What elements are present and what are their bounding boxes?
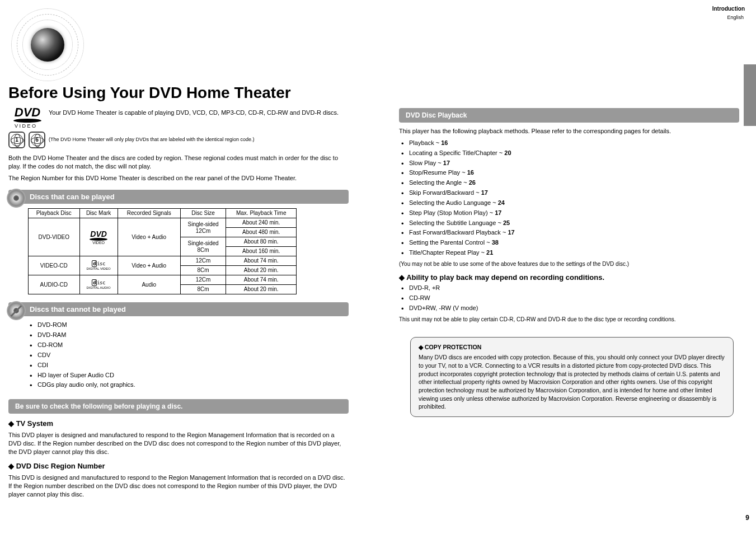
pb-item: Fast Forward/Backward Playback ~ 17 — [401, 228, 739, 237]
copy-protection-box: ◆ COPY PROTECTION Many DVD discs are enc… — [410, 337, 734, 418]
cell-side-ss: Single-sided — [188, 221, 219, 227]
cell-time-480: About 480 min. — [226, 228, 297, 237]
region-num-text: This DVD is designed and manufactured to… — [8, 474, 349, 499]
np-item: CDI — [30, 361, 349, 369]
region-text-1: Both the DVD Home Theater and the discs … — [8, 154, 349, 171]
cell-vcd-74: About 74 min. — [226, 256, 297, 266]
cell-dvd-sub: VIDEO — [82, 241, 115, 245]
region-globe-icon-1: 1 — [8, 132, 25, 148]
pb-item: Selecting the Subtitle Language ~ 25 — [401, 219, 739, 227]
playback-list: Playback ~ 16 Locating a Specific Title/… — [399, 139, 739, 257]
th-disc-size: Disc Size — [180, 209, 226, 218]
pb-item: Locating a Specific Title/Chapter ~ 20 — [401, 149, 739, 157]
cell-acd-12: 12Cm — [180, 275, 226, 285]
region-text-2: The Region Number for this DVD Home Thea… — [8, 174, 349, 182]
cell-vcd-20: About 20 min. — [226, 266, 297, 275]
section-notplayable-title: Discs that cannot be played — [30, 305, 126, 313]
th-recorded-signals: Recorded Signals — [118, 209, 180, 218]
cell-size-12: 12Cm — [196, 228, 211, 234]
page-number: 9 — [745, 514, 749, 522]
cell-time-80: About 80 min. — [226, 237, 297, 247]
disc-icon — [7, 189, 26, 208]
section-playable-bar: Discs that can be played — [8, 190, 349, 204]
not-playable-list: DVD-ROM DVD-RAM CD-ROM CDV CDI HD layer … — [8, 321, 349, 389]
cell-acd-signal: Audio — [118, 275, 180, 294]
cell-dvd-mark: DVD VIDEO — [79, 218, 118, 256]
region-1-number: 1 — [15, 137, 18, 143]
cell-size-8: 8Cm — [198, 247, 209, 253]
cell-time-240: About 240 min. — [226, 218, 297, 228]
dvd-logo-icon: DVD — [13, 105, 41, 123]
np-item: HD layer of Super Audio CD — [30, 371, 349, 380]
cell-dvd-12cm: Single-sided 12Cm — [180, 218, 226, 237]
ab-item: CD-RW — [401, 294, 739, 302]
np-item: CDV — [30, 351, 349, 359]
cell-side-ss8: Single-sided — [188, 240, 219, 246]
cell-acd-8: 8Cm — [180, 285, 226, 294]
copy-protection-title: ◆ COPY PROTECTION — [419, 343, 725, 352]
cell-vcd-sub: DIGITAL VIDEO — [82, 267, 115, 271]
th-playback-disc: Playback Disc — [29, 209, 80, 218]
playback-note: (You may not be able to use some of the … — [399, 260, 739, 268]
ability-list: DVD-R, +R CD-RW DVD+RW, -RW (V mode) — [399, 284, 739, 312]
np-item: CDGs play audio only, not graphics. — [30, 381, 349, 389]
cell-vcd-type: VIDEO-CD — [29, 256, 80, 275]
th-max-time: Max. Playback Time — [226, 209, 297, 218]
intro-text: Your DVD Home Theater is capable of play… — [49, 109, 349, 117]
region-globe-icon-6: 6 — [29, 132, 45, 148]
page: Before Using Your DVD Home Theater DVD V… — [0, 0, 756, 534]
right-column: DVD Disc Playback This player has the fo… — [365, 0, 756, 534]
pb-item: Selecting the Audio Language ~ 24 — [401, 199, 739, 207]
np-item: DVD-ROM — [30, 321, 349, 329]
cell-vcd-12: 12Cm — [180, 256, 226, 266]
cell-time-160: About 160 min. — [226, 247, 297, 256]
section-playable-title: Discs that can be played — [30, 193, 115, 201]
section-notplayable-bar: Discs that cannot be played — [8, 302, 349, 316]
pb-item: Step Play (Stop Motion Play) ~ 17 — [401, 209, 739, 217]
th-disc-mark: Disc Mark — [79, 209, 118, 218]
pb-item: Stop/Resume Play ~ 16 — [401, 168, 739, 177]
cell-acd-mark: disc DIGITAL AUDIO — [79, 275, 118, 294]
left-column: Before Using Your DVD Home Theater DVD V… — [0, 0, 365, 534]
cell-vcd-8: 8Cm — [180, 266, 226, 275]
cell-acd-sub: DIGITAL AUDIO — [82, 286, 115, 290]
region-6-number: 6 — [35, 137, 39, 143]
no-disc-icon — [7, 301, 26, 320]
tv-system-title: ◆ TV System — [8, 419, 349, 428]
tv-system-text: This DVD player is designed and manufact… — [8, 431, 349, 456]
copy-protection-text: Many DVD discs are encoded with copy pro… — [419, 353, 725, 411]
np-item: DVD-RAM — [30, 331, 349, 339]
pb-item: Skip Forward/Backward ~ 17 — [401, 189, 739, 197]
pb-item: Playback ~ 16 — [401, 139, 739, 147]
cell-vcd-signal: Video + Audio — [118, 256, 180, 275]
caution-bar: Be sure to check the following before pl… — [8, 399, 349, 414]
dvd-playback-bar: DVD Disc Playback — [399, 108, 739, 123]
pb-item: Slow Play ~ 17 — [401, 159, 739, 167]
playback-intro: This player has the following playback m… — [399, 127, 739, 135]
cell-vcd-mark: disc DIGITAL VIDEO — [79, 256, 118, 275]
region-num-title: ◆ DVD Disc Region Number — [8, 462, 349, 470]
pb-item: Selecting the Angle ~ 26 — [401, 179, 739, 187]
ab-item: DVD-R, +R — [401, 284, 739, 292]
ability-title: ◆ Ability to play back may depend on rec… — [399, 273, 739, 282]
page-title: Before Using Your DVD Home Theater — [8, 84, 349, 102]
disc-spec-table: Playback Disc Disc Mark Recorded Signals… — [28, 208, 297, 294]
pb-item: Title/Chapter Repeat Play ~ 21 — [401, 249, 739, 257]
cell-acd-74: About 74 min. — [226, 275, 297, 285]
cell-acd-type: AUDIO-CD — [29, 275, 80, 294]
ability-note: This unit may not be able to play certai… — [399, 316, 739, 324]
cell-dvd-type: DVD-VIDEO — [29, 218, 80, 256]
region-side-note: (The DVD Home Theater will only play DVD… — [49, 137, 255, 143]
ab-item: DVD+RW, -RW (V mode) — [401, 304, 739, 312]
np-item: CD-ROM — [30, 341, 349, 349]
cell-acd-20: About 20 min. — [226, 285, 297, 294]
dvd-logo-subtext: V I D E O — [8, 124, 42, 129]
cell-dvd-signal: Video + Audio — [118, 218, 180, 256]
cell-dvd-8cm: Single-sided 8Cm — [180, 237, 226, 256]
speaker-icon — [11, 8, 84, 81]
pb-item: Setting the Parental Control ~ 38 — [401, 238, 739, 247]
